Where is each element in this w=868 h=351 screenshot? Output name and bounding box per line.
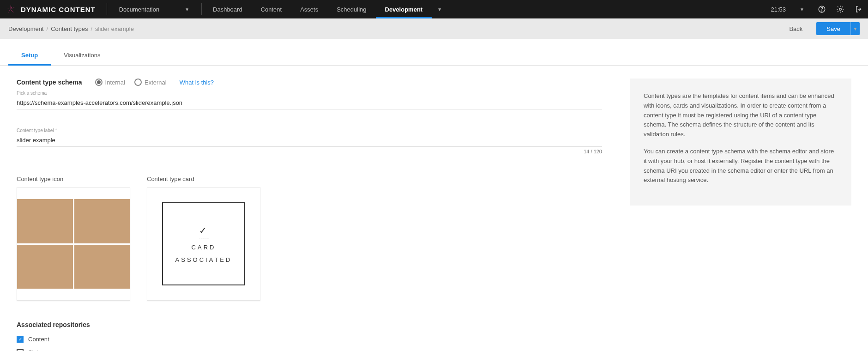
chevron-down-icon: ▼ xyxy=(800,7,804,12)
nav-tabs: Dashboard Content Assets Scheduling Deve… xyxy=(204,0,447,18)
what-is-this-link[interactable]: What is this? xyxy=(180,79,214,86)
divider xyxy=(201,3,202,15)
nav-more-dropdown[interactable]: ▼ xyxy=(432,0,447,18)
card-associated-preview: ✓ CARD ASSOCIATED xyxy=(162,202,245,285)
save-dropdown-button[interactable]: ▼ xyxy=(850,22,860,35)
chevron-down-icon: ▼ xyxy=(853,26,858,31)
logo-icon xyxy=(0,4,21,15)
check-icon: ✓ xyxy=(199,225,209,238)
documentation-label: Documentation xyxy=(119,6,159,13)
crumb-content-types[interactable]: Content types xyxy=(51,25,88,32)
nav-tab-development[interactable]: Development xyxy=(376,0,432,18)
content-type-icon-picker[interactable] xyxy=(17,187,130,301)
assoc-repos-heading: Associated repositories xyxy=(17,321,602,328)
card-label: Content type card xyxy=(147,176,260,182)
save-split-button: Save ▼ xyxy=(816,22,860,35)
time-dropdown[interactable]: 21:53 ▼ xyxy=(763,6,813,13)
schema-heading-row: Content type schema Internal External Wh… xyxy=(17,79,602,86)
main-tabs: Setup Visualizations xyxy=(0,47,868,66)
content-type-card-picker[interactable]: ✓ CARD ASSOCIATED xyxy=(147,187,260,301)
chevron-down-icon: ▼ xyxy=(185,7,189,12)
svg-marker-3 xyxy=(8,9,11,13)
brand-label: DYNAMIC CONTENT xyxy=(21,6,105,13)
checkbox-icon: ✓ xyxy=(17,336,24,343)
crumb-current: slider example xyxy=(95,25,134,32)
radio-dot-icon xyxy=(95,79,102,86)
schema-heading: Content type schema xyxy=(17,79,82,86)
gear-icon[interactable] xyxy=(831,5,850,13)
label-field-label: Content type label * xyxy=(17,128,602,133)
help-panel: Content types are the templates for cont… xyxy=(630,79,851,206)
radio-dot-icon xyxy=(134,79,142,86)
help-paragraph-2: You can create a content type schema wit… xyxy=(644,147,838,185)
checkbox-icon xyxy=(17,349,24,351)
radio-external[interactable]: External xyxy=(134,79,167,86)
divider xyxy=(107,3,107,15)
icon-preview xyxy=(17,199,130,289)
nav-tab-scheduling[interactable]: Scheduling xyxy=(327,0,375,18)
schema-field-label: Pick a schema xyxy=(17,91,602,96)
repo-checkbox-slots[interactable]: Slots xyxy=(17,349,602,351)
nav-tab-content[interactable]: Content xyxy=(252,0,291,18)
time-value: 21:53 xyxy=(771,6,786,13)
svg-point-6 xyxy=(821,11,822,11)
tab-setup[interactable]: Setup xyxy=(8,47,51,65)
nav-tab-assets[interactable]: Assets xyxy=(291,0,327,18)
documentation-dropdown[interactable]: Documentation ▼ xyxy=(109,0,199,18)
icon-label: Content type icon xyxy=(17,176,130,182)
back-link[interactable]: Back xyxy=(789,25,802,32)
svg-marker-4 xyxy=(6,8,11,9)
tab-visualizations[interactable]: Visualizations xyxy=(51,47,113,65)
label-input[interactable] xyxy=(17,134,602,147)
help-icon[interactable] xyxy=(813,5,831,13)
logout-icon[interactable] xyxy=(850,5,868,13)
topbar: DYNAMIC CONTENT Documentation ▼ Dashboar… xyxy=(0,0,868,18)
svg-point-7 xyxy=(839,8,842,11)
crumb-development[interactable]: Development xyxy=(8,25,44,32)
char-count: 14 / 120 xyxy=(17,149,602,154)
nav-tab-dashboard[interactable]: Dashboard xyxy=(204,0,252,18)
radio-internal[interactable]: Internal xyxy=(95,79,125,86)
schema-input[interactable] xyxy=(17,97,602,109)
repo-checkbox-content[interactable]: ✓ Content xyxy=(17,336,602,343)
svg-marker-2 xyxy=(11,9,14,13)
svg-marker-0 xyxy=(11,5,12,9)
help-paragraph-1: Content types are the templates for cont… xyxy=(644,91,838,139)
chevron-down-icon: ▼ xyxy=(437,7,442,12)
save-button[interactable]: Save xyxy=(816,22,850,35)
breadcrumb-bar: Development / Content types / slider exa… xyxy=(0,18,868,39)
